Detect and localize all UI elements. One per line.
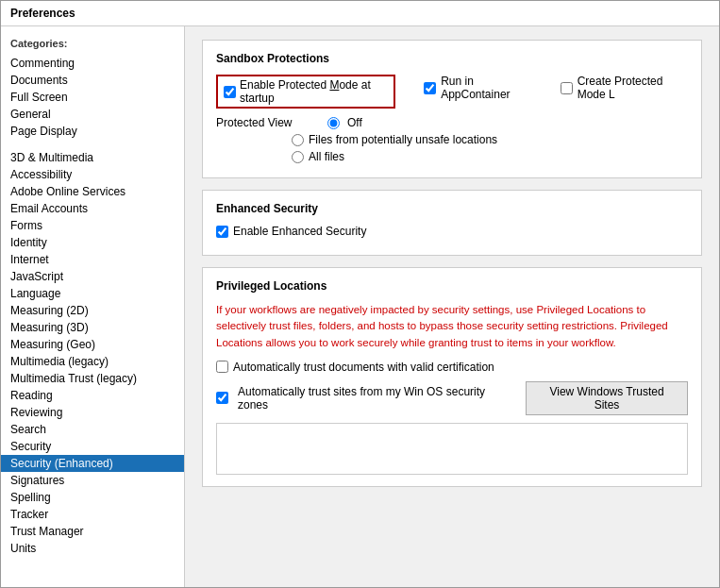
protected-view-all-row: All files — [292, 150, 688, 163]
sidebar-item-reading[interactable]: Reading — [1, 387, 184, 404]
sidebar-item-commenting[interactable]: Commenting — [1, 55, 184, 72]
run-appcontainer-checkbox[interactable] — [424, 82, 436, 94]
run-appcontainer-label: Run in AppContainer — [441, 75, 532, 101]
create-protected-checkbox[interactable] — [561, 82, 573, 94]
privileged-locations-textarea-area — [216, 423, 688, 475]
enable-enhanced-checkbox[interactable] — [216, 226, 228, 238]
sandbox-checkboxes-row: Enable Protected Mode at startup Run in … — [216, 75, 688, 109]
sidebar-item-measuring3d[interactable]: Measuring (3D) — [1, 319, 184, 336]
privileged-title: Privileged Locations — [216, 279, 688, 293]
preferences-window: Preferences Categories: Commenting Docum… — [0, 0, 720, 588]
sidebar-item-trustmanager[interactable]: Trust Manager — [1, 523, 184, 540]
sandbox-section: Sandbox Protections Enable Protected Mod… — [202, 40, 702, 178]
view-trusted-sites-button[interactable]: View Windows Trusted Sites — [526, 381, 688, 415]
main-panel: Sandbox Protections Enable Protected Mod… — [185, 26, 719, 587]
protected-view-row: Protected View Off — [216, 116, 688, 129]
categories-label: Categories: — [1, 34, 184, 55]
sidebar-item-multimedia[interactable]: Multimedia (legacy) — [1, 353, 184, 370]
auto-trust-cert-label: Automatically trust documents with valid… — [233, 361, 494, 374]
enhanced-section: Enhanced Security Enable Enhanced Securi… — [202, 190, 702, 256]
sidebar-item-forms[interactable]: Forms — [1, 217, 184, 234]
privileged-description: If your workflows are negatively impacte… — [216, 302, 688, 351]
privileged-section: Privileged Locations If your workflows a… — [202, 267, 702, 487]
create-protected-row: Create Protected Mode L — [561, 75, 688, 101]
sidebar-group-1: Commenting Documents Full Screen General… — [1, 55, 184, 140]
sidebar-item-spelling[interactable]: Spelling — [1, 489, 184, 506]
protected-view-all-radio[interactable] — [292, 151, 304, 163]
window-title: Preferences — [10, 7, 75, 20]
protected-view-unsafe-radio[interactable] — [292, 134, 304, 146]
sidebar-item-accessibility[interactable]: Accessibility — [1, 166, 184, 183]
sidebar-item-reviewing[interactable]: Reviewing — [1, 404, 184, 421]
sidebar-item-emailaccounts[interactable]: Email Accounts — [1, 200, 184, 217]
auto-trust-cert-checkbox[interactable] — [216, 361, 228, 373]
sidebar-item-security[interactable]: Security — [1, 438, 184, 455]
sandbox-title: Sandbox Protections — [216, 52, 688, 65]
enable-protected-mode-label: Enable Protected Mode at startup — [240, 78, 388, 105]
sidebar-item-javascript[interactable]: JavaScript — [1, 268, 184, 285]
protected-view-unsafe-label: Files from potentially unsafe locations — [309, 133, 497, 146]
enable-enhanced-label: Enable Enhanced Security — [233, 225, 366, 238]
sidebar-item-pagedisplay[interactable]: Page Display — [1, 123, 184, 140]
sidebar-item-fullscreen[interactable]: Full Screen — [1, 89, 184, 106]
sidebar-item-search[interactable]: Search — [1, 421, 184, 438]
run-appcontainer-row: Run in AppContainer — [424, 75, 532, 101]
sidebar-item-identity[interactable]: Identity — [1, 234, 184, 251]
protected-view-label: Protected View — [216, 116, 320, 129]
create-protected-label: Create Protected Mode L — [578, 75, 688, 101]
title-bar: Preferences — [1, 1, 719, 26]
sidebar-item-signatures[interactable]: Signatures — [1, 472, 184, 489]
sidebar-item-language[interactable]: Language — [1, 285, 184, 302]
sidebar-group-2: 3D & Multimedia Accessibility Adobe Onli… — [1, 149, 184, 557]
auto-trust-sites-row: Automatically trust sites from my Win OS… — [216, 381, 688, 415]
enable-protected-mode-checkbox[interactable] — [224, 86, 236, 98]
enhanced-title: Enhanced Security — [216, 202, 688, 215]
sidebar-item-tracker[interactable]: Tracker — [1, 506, 184, 523]
sidebar-item-3dmultimedia[interactable]: 3D & Multimedia — [1, 149, 184, 166]
sidebar-item-internet[interactable]: Internet — [1, 251, 184, 268]
protected-view-all-label: All files — [309, 150, 344, 163]
sidebar: Categories: Commenting Documents Full Sc… — [1, 26, 185, 587]
sidebar-item-security-enhanced[interactable]: Security (Enhanced) — [1, 455, 184, 472]
sidebar-item-adobeservices[interactable]: Adobe Online Services — [1, 183, 184, 200]
auto-trust-sites-label: Automatically trust sites from my Win OS… — [238, 385, 516, 412]
auto-trust-sites-checkbox[interactable] — [216, 392, 228, 404]
enable-enhanced-row: Enable Enhanced Security — [216, 225, 688, 238]
sidebar-item-documents[interactable]: Documents — [1, 72, 184, 89]
sidebar-item-units[interactable]: Units — [1, 540, 184, 557]
auto-trust-cert-row: Automatically trust documents with valid… — [216, 361, 688, 374]
radio-indent-group: Files from potentially unsafe locations … — [292, 133, 688, 163]
sidebar-item-general[interactable]: General — [1, 106, 184, 123]
sidebar-item-measuring2d[interactable]: Measuring (2D) — [1, 302, 184, 319]
enable-protected-mode-highlight: Enable Protected Mode at startup — [216, 75, 395, 109]
sidebar-item-measuringgeo[interactable]: Measuring (Geo) — [1, 336, 184, 353]
protected-view-off-radio[interactable] — [327, 117, 340, 129]
protected-view-off-label: Off — [347, 116, 362, 129]
protected-view-unsafe-row: Files from potentially unsafe locations — [292, 133, 688, 146]
sidebar-item-multimediatrust[interactable]: Multimedia Trust (legacy) — [1, 370, 184, 387]
